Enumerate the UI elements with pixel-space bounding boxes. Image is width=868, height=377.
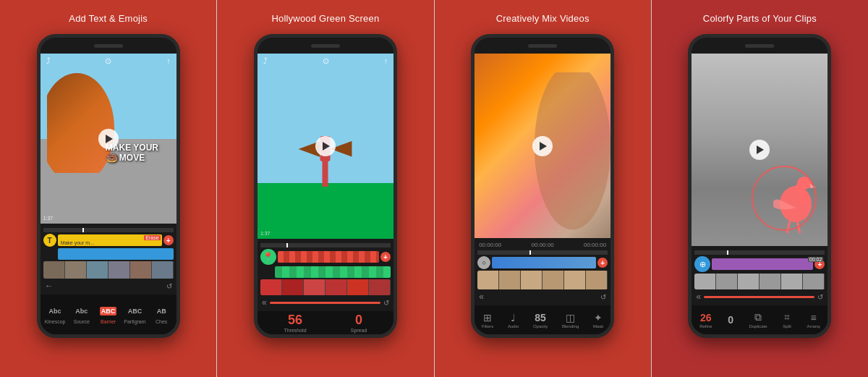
blending-btn[interactable]: ◫ Blending (562, 312, 579, 329)
playhead-line-2 (286, 243, 288, 247)
back-arrow-2[interactable]: « (262, 297, 267, 308)
phone-screen-1: ⤴ ⊙ ↑ MAKE YOUR 🍩 MOVE (41, 54, 176, 334)
playhead-3 (477, 250, 608, 255)
video-bg-green (258, 183, 393, 239)
play-triangle-4 (757, 145, 764, 154)
filters-btn[interactable]: ⊞ Filters (482, 312, 493, 329)
phone-top-bar-2 (258, 38, 393, 54)
toolbar-item-source[interactable]: Abc Source (68, 305, 95, 324)
panel-colorfy: Colorfy Parts of Your Clips (652, 0, 868, 377)
timeline-2: 📍 + « (258, 239, 393, 311)
toolbar-item-ches[interactable]: AB Ches (148, 305, 175, 324)
playhead-line-1 (82, 228, 84, 232)
tl-row-mix: ○ + (477, 256, 608, 269)
tl-row-1: T Make your m... Erase + (43, 234, 174, 247)
timeline-bottom-4: « ↺ (694, 291, 825, 302)
top-icon-export-2: ↑ (383, 56, 388, 66)
toolbar-icon-4: ABC (127, 305, 142, 318)
balloon-icon: ○ (477, 256, 490, 269)
undo-icon-3[interactable]: ↺ (600, 293, 606, 301)
toolbar-item-kinescop[interactable]: Abc Kinescop (42, 305, 69, 324)
add-track-btn-1[interactable]: + (163, 235, 174, 245)
playhead-4 (694, 250, 825, 255)
timeline-1: T Make your m... Erase + (41, 224, 176, 295)
tl-purple-track[interactable]: 00:02 (712, 258, 813, 270)
back-arrow-4[interactable]: « (696, 292, 701, 302)
undo-icon-1[interactable]: ↺ (166, 282, 172, 290)
timeline-bottom-2: « ↺ (260, 297, 391, 308)
phone-top-bar-4 (692, 38, 827, 54)
tl-row-green2 (260, 266, 391, 278)
bottom-slider-2[interactable] (270, 302, 380, 304)
toolbar-icon-3: ABC (101, 305, 116, 318)
tl-row-2 (43, 248, 174, 260)
play-button-2[interactable] (315, 136, 336, 156)
tl-blue-track-3[interactable] (492, 257, 596, 268)
phone-frame-1: ⤴ ⊙ ↑ MAKE YOUR 🍩 MOVE (37, 34, 180, 338)
tl-track-flowers[interactable] (278, 251, 379, 263)
tl-row-green: 📍 + (260, 249, 391, 265)
phone-top-bar-1 (41, 38, 176, 54)
back-arrow-3[interactable]: « (479, 292, 484, 302)
add-track-btn-3[interactable]: + (597, 258, 608, 268)
toolbar-item-partigram[interactable]: ABC Partigram (122, 305, 148, 324)
tl-row-colorfy: ⊕ 00:02 + (694, 256, 825, 272)
split-btn[interactable]: ⌗ Split (783, 311, 791, 329)
time-label-1: 1:37 (43, 216, 54, 221)
phone-frame-2: ⤴ ⊙ ↑ (254, 34, 397, 338)
panel4-title: Colorfy Parts of Your Clips (703, 13, 817, 24)
play-button-3[interactable] (532, 136, 553, 156)
bottom-slider-4[interactable] (704, 296, 814, 298)
image-strip-1 (43, 261, 174, 279)
top-icon-camera-2: ⊙ (323, 56, 329, 66)
audio-btn[interactable]: ♩ Audio (508, 312, 519, 329)
play-button-4[interactable] (749, 140, 770, 160)
selection-circle (752, 166, 817, 231)
tl-blue-track[interactable] (58, 248, 174, 260)
undo-icon-2[interactable]: ↺ (383, 299, 389, 307)
refine-btn[interactable]: 26 Refine (699, 312, 712, 329)
controls-row-2: 56 Threshold 0 Spread (258, 311, 393, 334)
panel-mix-videos: Creatively Mix Videos (435, 0, 651, 377)
duplicate-btn[interactable]: ⧉ Duplicate (749, 311, 767, 329)
image-strip-4 (694, 274, 825, 289)
phone-screen-4: ⊕ 00:02 + « (692, 54, 827, 334)
screen-video-1: ⤴ ⊙ ↑ MAKE YOUR 🍩 MOVE (41, 54, 176, 224)
tl-yellow-track[interactable]: Make your m... Erase (58, 234, 162, 246)
tl-green-track[interactable] (275, 266, 391, 278)
phone-frame-3: 00:00:00 00:00:00 00:00:00 ○ + (471, 34, 614, 338)
bottom-icons-3: ⊞ Filters ♩ Audio 85 Opacity ◫ Blending … (475, 305, 610, 334)
phone-top-bar-3 (475, 38, 610, 54)
undo-icon-4[interactable]: ↺ (817, 293, 823, 301)
toolbar-icon-1: Abc (47, 305, 63, 318)
timeline-4: ⊕ 00:02 + « (692, 246, 827, 305)
add-track-btn-2[interactable]: + (380, 252, 391, 262)
bottom-toolbar-1: Abc Kinescop Abc Source ABC Barrier (41, 295, 176, 334)
toolbar-icon-5: AB (153, 305, 169, 318)
image-strip-2 (260, 279, 391, 295)
bottom-icons-4: 26 Refine 0 ⧉ Duplicate ⌗ Split ≡ Arr (692, 305, 827, 334)
tl-icon-T: T (43, 234, 56, 247)
phone-frame-4: ⊕ 00:02 + « (688, 34, 831, 338)
image-strip-3 (477, 271, 608, 289)
arrange-btn[interactable]: ≡ Arranq (807, 312, 820, 329)
time-label-2: 1:37 (260, 231, 271, 236)
playhead-line-4 (727, 250, 728, 255)
panel1-title: Add Text & Emojis (69, 13, 148, 24)
play-triangle-1 (106, 135, 113, 143)
play-button-1[interactable] (98, 129, 119, 149)
panel3-title: Creatively Mix Videos (496, 13, 590, 24)
toolbar-item-barrier[interactable]: ABC Barrier (95, 305, 122, 324)
zero-btn[interactable]: 0 (728, 314, 733, 326)
phone-speaker-3 (528, 44, 557, 48)
timeline-3: 00:00:00 00:00:00 00:00:00 ○ + (475, 238, 610, 305)
back-arrow-1[interactable]: ← (45, 281, 54, 291)
phone-speaker-4 (745, 44, 774, 48)
spread-control: 0 Spread (351, 313, 367, 333)
screen-video-3 (475, 54, 610, 238)
mask-btn[interactable]: ✦ Mask (593, 312, 603, 329)
panel2-title: Hollywood Green Screen (271, 13, 379, 24)
screen-video-2: ⤴ ⊙ ↑ (258, 54, 393, 239)
pin-icon: 📍 (260, 249, 276, 265)
opacity-btn[interactable]: 85 Opacity (533, 312, 548, 329)
